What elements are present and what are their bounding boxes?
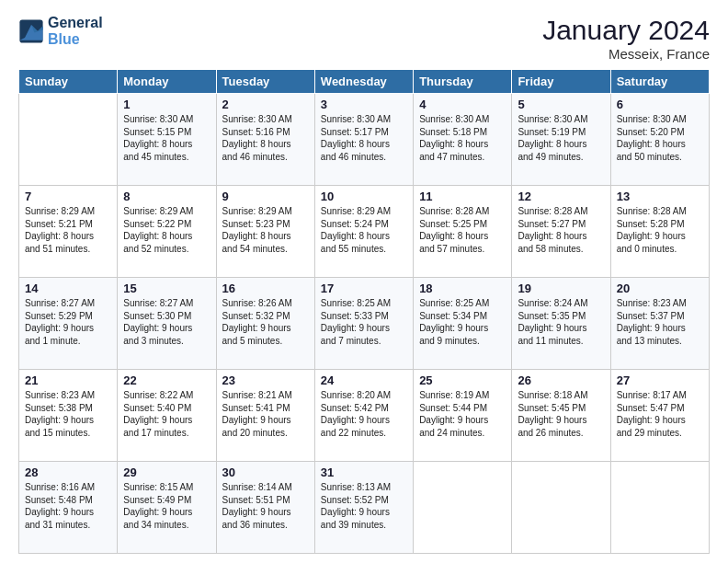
weekday-header-wednesday: Wednesday — [314, 70, 413, 94]
day-number: 14 — [25, 282, 111, 295]
calendar-cell: 29Sunrise: 8:15 AMSunset: 5:49 PMDayligh… — [118, 462, 216, 554]
day-number: 4 — [419, 98, 506, 111]
cell-details: Sunrise: 8:29 AMSunset: 5:24 PMDaylight:… — [321, 205, 407, 255]
calendar-cell: 13Sunrise: 8:28 AMSunset: 5:28 PMDayligh… — [610, 186, 709, 278]
cell-details: Sunrise: 8:25 AMSunset: 5:33 PMDaylight:… — [321, 297, 407, 347]
week-row-0: 1Sunrise: 8:30 AMSunset: 5:15 PMDaylight… — [19, 94, 710, 186]
day-number: 21 — [25, 373, 111, 387]
cell-details: Sunrise: 8:30 AMSunset: 5:20 PMDaylight:… — [617, 113, 703, 163]
cell-details: Sunrise: 8:25 AMSunset: 5:34 PMDaylight:… — [419, 297, 506, 347]
week-row-4: 28Sunrise: 8:16 AMSunset: 5:48 PMDayligh… — [19, 462, 710, 554]
weekday-header-friday: Friday — [512, 70, 610, 94]
day-number: 13 — [617, 190, 703, 203]
calendar-cell: 25Sunrise: 8:19 AMSunset: 5:44 PMDayligh… — [414, 370, 512, 462]
day-number: 26 — [518, 373, 604, 387]
weekday-header-saturday: Saturday — [610, 70, 709, 94]
calendar-cell: 20Sunrise: 8:23 AMSunset: 5:37 PMDayligh… — [610, 278, 709, 370]
week-row-3: 21Sunrise: 8:23 AMSunset: 5:38 PMDayligh… — [19, 370, 710, 462]
calendar-table: SundayMondayTuesdayWednesdayThursdayFrid… — [18, 69, 710, 554]
calendar-cell: 26Sunrise: 8:18 AMSunset: 5:45 PMDayligh… — [512, 370, 610, 462]
calendar-cell: 28Sunrise: 8:16 AMSunset: 5:48 PMDayligh… — [19, 462, 118, 554]
calendar-cell: 11Sunrise: 8:28 AMSunset: 5:25 PMDayligh… — [414, 186, 512, 278]
calendar-cell: 4Sunrise: 8:30 AMSunset: 5:18 PMDaylight… — [414, 94, 512, 186]
day-number: 25 — [419, 373, 506, 387]
cell-details: Sunrise: 8:30 AMSunset: 5:16 PMDaylight:… — [222, 113, 309, 163]
week-row-1: 7Sunrise: 8:29 AMSunset: 5:21 PMDaylight… — [19, 186, 710, 278]
cell-details: Sunrise: 8:14 AMSunset: 5:51 PMDaylight:… — [222, 481, 309, 531]
day-number: 2 — [222, 98, 309, 111]
cell-details: Sunrise: 8:17 AMSunset: 5:47 PMDaylight:… — [617, 389, 703, 439]
day-number: 24 — [321, 373, 407, 387]
calendar-cell: 7Sunrise: 8:29 AMSunset: 5:21 PMDaylight… — [19, 186, 118, 278]
cell-details: Sunrise: 8:16 AMSunset: 5:48 PMDaylight:… — [25, 481, 111, 531]
calendar-cell: 10Sunrise: 8:29 AMSunset: 5:24 PMDayligh… — [314, 186, 413, 278]
title-area: January 2024 Messeix, France — [542, 15, 710, 62]
calendar-page: General Blue January 2024 Messeix, Franc… — [0, 0, 728, 563]
calendar-cell: 6Sunrise: 8:30 AMSunset: 5:20 PMDaylight… — [610, 94, 709, 186]
calendar-cell: 30Sunrise: 8:14 AMSunset: 5:51 PMDayligh… — [216, 462, 314, 554]
day-number: 7 — [25, 190, 111, 203]
cell-details: Sunrise: 8:19 AMSunset: 5:44 PMDaylight:… — [419, 389, 506, 439]
cell-details: Sunrise: 8:27 AMSunset: 5:29 PMDaylight:… — [25, 297, 111, 347]
cell-details: Sunrise: 8:29 AMSunset: 5:23 PMDaylight:… — [222, 205, 309, 255]
weekday-header-tuesday: Tuesday — [216, 70, 314, 94]
calendar-cell: 9Sunrise: 8:29 AMSunset: 5:23 PMDaylight… — [216, 186, 314, 278]
calendar-cell: 27Sunrise: 8:17 AMSunset: 5:47 PMDayligh… — [610, 370, 709, 462]
month-title: January 2024 — [542, 15, 710, 46]
day-number: 5 — [518, 98, 604, 111]
calendar-cell: 3Sunrise: 8:30 AMSunset: 5:17 PMDaylight… — [314, 94, 413, 186]
week-row-2: 14Sunrise: 8:27 AMSunset: 5:29 PMDayligh… — [19, 278, 710, 370]
cell-details: Sunrise: 8:28 AMSunset: 5:28 PMDaylight:… — [617, 205, 703, 255]
cell-details: Sunrise: 8:30 AMSunset: 5:19 PMDaylight:… — [518, 113, 604, 163]
calendar-cell: 18Sunrise: 8:25 AMSunset: 5:34 PMDayligh… — [414, 278, 512, 370]
cell-details: Sunrise: 8:30 AMSunset: 5:15 PMDaylight:… — [123, 113, 210, 163]
day-number: 29 — [123, 465, 210, 479]
logo-icon — [18, 18, 44, 44]
day-number: 11 — [419, 190, 506, 203]
calendar-cell: 1Sunrise: 8:30 AMSunset: 5:15 PMDaylight… — [118, 94, 216, 186]
cell-details: Sunrise: 8:29 AMSunset: 5:21 PMDaylight:… — [25, 205, 111, 255]
weekday-header-thursday: Thursday — [414, 70, 512, 94]
day-number: 30 — [222, 465, 309, 479]
cell-details: Sunrise: 8:18 AMSunset: 5:45 PMDaylight:… — [518, 389, 604, 439]
cell-details: Sunrise: 8:20 AMSunset: 5:42 PMDaylight:… — [321, 389, 407, 439]
cell-details: Sunrise: 8:23 AMSunset: 5:38 PMDaylight:… — [25, 389, 111, 439]
weekday-header-row: SundayMondayTuesdayWednesdayThursdayFrid… — [19, 70, 710, 94]
calendar-cell: 23Sunrise: 8:21 AMSunset: 5:41 PMDayligh… — [216, 370, 314, 462]
day-number: 3 — [321, 98, 407, 111]
calendar-cell: 8Sunrise: 8:29 AMSunset: 5:22 PMDaylight… — [118, 186, 216, 278]
day-number: 17 — [321, 282, 407, 295]
day-number: 20 — [617, 282, 703, 295]
day-number: 8 — [123, 190, 210, 203]
cell-details: Sunrise: 8:28 AMSunset: 5:25 PMDaylight:… — [419, 205, 506, 255]
day-number: 1 — [123, 98, 210, 111]
weekday-header-sunday: Sunday — [19, 70, 118, 94]
day-number: 15 — [123, 282, 210, 295]
location: Messeix, France — [542, 46, 710, 62]
calendar-cell — [414, 462, 512, 554]
cell-details: Sunrise: 8:27 AMSunset: 5:30 PMDaylight:… — [123, 297, 210, 347]
calendar-cell: 17Sunrise: 8:25 AMSunset: 5:33 PMDayligh… — [314, 278, 413, 370]
day-number: 10 — [321, 190, 407, 203]
day-number: 16 — [222, 282, 309, 295]
calendar-cell: 2Sunrise: 8:30 AMSunset: 5:16 PMDaylight… — [216, 94, 314, 186]
cell-details: Sunrise: 8:23 AMSunset: 5:37 PMDaylight:… — [617, 297, 703, 347]
calendar-cell: 15Sunrise: 8:27 AMSunset: 5:30 PMDayligh… — [118, 278, 216, 370]
day-number: 9 — [222, 190, 309, 203]
day-number: 18 — [419, 282, 506, 295]
day-number: 23 — [222, 373, 309, 387]
calendar-cell: 5Sunrise: 8:30 AMSunset: 5:19 PMDaylight… — [512, 94, 610, 186]
logo-area: General Blue — [18, 15, 103, 47]
calendar-cell — [512, 462, 610, 554]
day-number: 12 — [518, 190, 604, 203]
cell-details: Sunrise: 8:30 AMSunset: 5:18 PMDaylight:… — [419, 113, 506, 163]
calendar-cell: 16Sunrise: 8:26 AMSunset: 5:32 PMDayligh… — [216, 278, 314, 370]
calendar-cell — [610, 462, 709, 554]
cell-details: Sunrise: 8:22 AMSunset: 5:40 PMDaylight:… — [123, 389, 210, 439]
cell-details: Sunrise: 8:29 AMSunset: 5:22 PMDaylight:… — [123, 205, 210, 255]
cell-details: Sunrise: 8:30 AMSunset: 5:17 PMDaylight:… — [321, 113, 407, 163]
weekday-header-monday: Monday — [118, 70, 216, 94]
day-number: 6 — [617, 98, 703, 111]
cell-details: Sunrise: 8:26 AMSunset: 5:32 PMDaylight:… — [222, 297, 309, 347]
calendar-cell — [19, 94, 118, 186]
